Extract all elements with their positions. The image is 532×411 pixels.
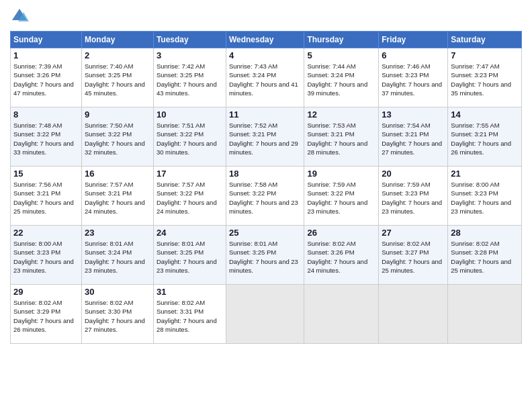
calendar-cell: 10 Sunrise: 7:51 AM Sunset: 3:22 PM Dayl… <box>153 107 226 167</box>
calendar-cell: 20 Sunrise: 7:59 AM Sunset: 3:23 PM Dayl… <box>379 167 448 226</box>
calendar-cell: 18 Sunrise: 7:58 AM Sunset: 3:22 PM Dayl… <box>226 167 304 226</box>
day-number: 26 <box>307 228 375 238</box>
day-number: 12 <box>307 109 375 120</box>
day-info: Sunrise: 7:50 AM Sunset: 3:22 PM Dayligh… <box>85 121 150 156</box>
calendar-cell: 12 Sunrise: 7:53 AM Sunset: 3:21 PM Dayl… <box>304 107 379 167</box>
day-info: Sunrise: 7:44 AM Sunset: 3:24 PM Dayligh… <box>307 62 375 97</box>
calendar-cell: 25 Sunrise: 8:01 AM Sunset: 3:25 PM Dayl… <box>226 226 304 285</box>
calendar-cell: 22 Sunrise: 8:00 AM Sunset: 3:23 PM Dayl… <box>11 226 82 285</box>
day-info: Sunrise: 7:53 AM Sunset: 3:21 PM Dayligh… <box>307 121 375 156</box>
calendar-cell: 23 Sunrise: 8:01 AM Sunset: 3:24 PM Dayl… <box>82 226 154 285</box>
day-number: 23 <box>85 228 150 238</box>
day-info: Sunrise: 7:59 AM Sunset: 3:22 PM Dayligh… <box>307 180 375 216</box>
calendar-cell <box>448 285 522 344</box>
day-info: Sunrise: 7:57 AM Sunset: 3:22 PM Dayligh… <box>157 180 223 216</box>
calendar-cell: 29 Sunrise: 8:02 AM Sunset: 3:29 PM Dayl… <box>11 285 82 344</box>
day-number: 27 <box>382 228 445 238</box>
logo <box>10 7 32 26</box>
calendar-cell: 28 Sunrise: 8:02 AM Sunset: 3:28 PM Dayl… <box>448 226 522 285</box>
day-info: Sunrise: 7:39 AM Sunset: 3:26 PM Dayligh… <box>13 62 79 97</box>
calendar-cell: 9 Sunrise: 7:50 AM Sunset: 3:22 PM Dayli… <box>82 107 154 167</box>
day-number: 21 <box>451 169 519 179</box>
day-number: 22 <box>13 228 79 238</box>
day-number: 9 <box>85 109 150 120</box>
calendar-cell: 26 Sunrise: 8:02 AM Sunset: 3:26 PM Dayl… <box>304 226 379 285</box>
calendar-cell: 5 Sunrise: 7:44 AM Sunset: 3:24 PM Dayli… <box>304 48 379 107</box>
calendar-cell: 2 Sunrise: 7:40 AM Sunset: 3:25 PM Dayli… <box>82 48 154 107</box>
day-info: Sunrise: 8:00 AM Sunset: 3:23 PM Dayligh… <box>451 180 519 216</box>
calendar-table: SundayMondayTuesdayWednesdayThursdayFrid… <box>10 31 522 344</box>
day-number: 13 <box>382 109 445 120</box>
day-info: Sunrise: 8:02 AM Sunset: 3:27 PM Dayligh… <box>382 239 445 275</box>
calendar-week-4: 22 Sunrise: 8:00 AM Sunset: 3:23 PM Dayl… <box>11 226 522 285</box>
day-number: 16 <box>85 169 150 179</box>
logo-icon <box>10 7 29 26</box>
calendar-cell: 16 Sunrise: 7:57 AM Sunset: 3:21 PM Dayl… <box>82 167 154 226</box>
calendar-cell: 8 Sunrise: 7:48 AM Sunset: 3:22 PM Dayli… <box>11 107 82 167</box>
day-info: Sunrise: 8:01 AM Sunset: 3:24 PM Dayligh… <box>85 239 150 275</box>
day-number: 10 <box>157 109 223 120</box>
day-info: Sunrise: 7:52 AM Sunset: 3:21 PM Dayligh… <box>229 121 301 156</box>
day-info: Sunrise: 7:48 AM Sunset: 3:22 PM Dayligh… <box>13 121 79 156</box>
day-number: 11 <box>229 109 301 120</box>
day-info: Sunrise: 7:56 AM Sunset: 3:21 PM Dayligh… <box>13 180 79 216</box>
calendar-week-1: 1 Sunrise: 7:39 AM Sunset: 3:26 PM Dayli… <box>11 48 522 107</box>
calendar-cell: 24 Sunrise: 8:01 AM Sunset: 3:25 PM Dayl… <box>153 226 226 285</box>
day-info: Sunrise: 7:58 AM Sunset: 3:22 PM Dayligh… <box>229 180 301 216</box>
day-info: Sunrise: 8:01 AM Sunset: 3:25 PM Dayligh… <box>157 239 223 275</box>
calendar-page: SundayMondayTuesdayWednesdayThursdayFrid… <box>0 0 532 411</box>
day-info: Sunrise: 8:02 AM Sunset: 3:29 PM Dayligh… <box>13 298 79 334</box>
calendar-week-5: 29 Sunrise: 8:02 AM Sunset: 3:29 PM Dayl… <box>11 285 522 344</box>
day-info: Sunrise: 8:02 AM Sunset: 3:30 PM Dayligh… <box>85 298 150 334</box>
day-number: 30 <box>85 287 150 297</box>
day-header-friday: Friday <box>379 32 448 48</box>
day-number: 8 <box>13 109 79 120</box>
calendar-cell <box>304 285 379 344</box>
calendar-cell: 17 Sunrise: 7:57 AM Sunset: 3:22 PM Dayl… <box>153 167 226 226</box>
day-info: Sunrise: 7:51 AM Sunset: 3:22 PM Dayligh… <box>157 121 223 156</box>
calendar-body: 1 Sunrise: 7:39 AM Sunset: 3:26 PM Dayli… <box>11 48 522 344</box>
calendar-cell: 14 Sunrise: 7:55 AM Sunset: 3:21 PM Dayl… <box>448 107 522 167</box>
day-info: Sunrise: 7:47 AM Sunset: 3:23 PM Dayligh… <box>451 62 519 97</box>
day-number: 5 <box>307 50 375 60</box>
calendar-cell: 3 Sunrise: 7:42 AM Sunset: 3:25 PM Dayli… <box>153 48 226 107</box>
calendar-cell: 31 Sunrise: 8:02 AM Sunset: 3:31 PM Dayl… <box>153 285 226 344</box>
day-info: Sunrise: 8:01 AM Sunset: 3:25 PM Dayligh… <box>229 239 301 275</box>
calendar-cell: 13 Sunrise: 7:54 AM Sunset: 3:21 PM Dayl… <box>379 107 448 167</box>
calendar-cell: 11 Sunrise: 7:52 AM Sunset: 3:21 PM Dayl… <box>226 107 304 167</box>
day-info: Sunrise: 7:55 AM Sunset: 3:21 PM Dayligh… <box>451 121 519 156</box>
day-info: Sunrise: 8:02 AM Sunset: 3:28 PM Dayligh… <box>451 239 519 275</box>
day-info: Sunrise: 7:59 AM Sunset: 3:23 PM Dayligh… <box>382 180 445 216</box>
calendar-cell: 7 Sunrise: 7:47 AM Sunset: 3:23 PM Dayli… <box>448 48 522 107</box>
day-number: 3 <box>157 50 223 60</box>
calendar-cell: 1 Sunrise: 7:39 AM Sunset: 3:26 PM Dayli… <box>11 48 82 107</box>
day-header-wednesday: Wednesday <box>226 32 304 48</box>
calendar-cell: 4 Sunrise: 7:43 AM Sunset: 3:24 PM Dayli… <box>226 48 304 107</box>
day-number: 17 <box>157 169 223 179</box>
calendar-cell <box>379 285 448 344</box>
day-info: Sunrise: 7:40 AM Sunset: 3:25 PM Dayligh… <box>85 62 150 97</box>
day-number: 4 <box>229 50 301 60</box>
day-info: Sunrise: 7:57 AM Sunset: 3:21 PM Dayligh… <box>85 180 150 216</box>
day-info: Sunrise: 7:42 AM Sunset: 3:25 PM Dayligh… <box>157 62 223 97</box>
day-info: Sunrise: 8:02 AM Sunset: 3:26 PM Dayligh… <box>307 239 375 275</box>
calendar-cell <box>226 285 304 344</box>
day-info: Sunrise: 7:43 AM Sunset: 3:24 PM Dayligh… <box>229 62 301 97</box>
header <box>10 7 522 26</box>
day-number: 15 <box>13 169 79 179</box>
day-number: 19 <box>307 169 375 179</box>
day-number: 24 <box>157 228 223 238</box>
day-number: 31 <box>157 287 223 297</box>
day-number: 7 <box>451 50 519 60</box>
day-number: 29 <box>13 287 79 297</box>
day-info: Sunrise: 8:02 AM Sunset: 3:31 PM Dayligh… <box>157 298 223 334</box>
day-info: Sunrise: 7:54 AM Sunset: 3:21 PM Dayligh… <box>382 121 445 156</box>
day-number: 25 <box>229 228 301 238</box>
calendar-week-3: 15 Sunrise: 7:56 AM Sunset: 3:21 PM Dayl… <box>11 167 522 226</box>
day-number: 14 <box>451 109 519 120</box>
calendar-cell: 30 Sunrise: 8:02 AM Sunset: 3:30 PM Dayl… <box>82 285 154 344</box>
day-info: Sunrise: 8:00 AM Sunset: 3:23 PM Dayligh… <box>13 239 79 275</box>
calendar-header-row: SundayMondayTuesdayWednesdayThursdayFrid… <box>11 32 522 48</box>
day-number: 20 <box>382 169 445 179</box>
day-header-sunday: Sunday <box>11 32 82 48</box>
